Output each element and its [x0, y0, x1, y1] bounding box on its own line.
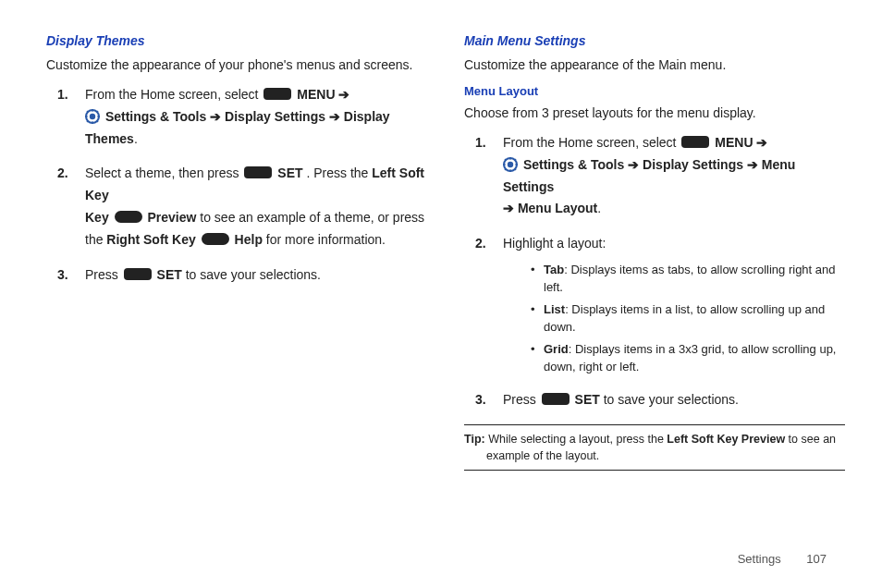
settings-tools-label: Settings & Tools: [105, 109, 206, 124]
step-text: for more information.: [266, 232, 386, 247]
menu-layout-label: Menu Layout: [518, 201, 597, 215]
tip-body: example of the layout.: [464, 447, 845, 464]
step-text: Highlight a layout:: [503, 236, 606, 251]
center-key-icon: [263, 88, 291, 100]
bullet-text: : Displays items in a 3x3 grid, to allow…: [544, 342, 836, 374]
page-footer: Settings 107: [738, 552, 827, 566]
step-text: From the Home screen, select: [85, 87, 262, 102]
arrow-icon: ➔: [747, 157, 762, 172]
intro-text: Customize the appearance of your phone's…: [46, 55, 427, 75]
tip-text: While selecting a layout, press the: [485, 433, 668, 446]
help-label: Help: [235, 232, 263, 247]
intro-text: Choose from 3 preset layouts for the men…: [464, 104, 845, 123]
arrow-icon: ➔: [329, 109, 344, 124]
arrow-icon: ➔: [756, 135, 767, 150]
center-key-icon: [542, 393, 570, 405]
display-settings-label: Display Settings: [643, 157, 743, 172]
step-text: Press: [503, 392, 540, 407]
set-label: SET: [157, 267, 182, 282]
bullet-label: Grid: [544, 342, 569, 356]
step-1: From the Home screen, select MENU ➔ Sett…: [85, 84, 427, 150]
bullet-text: : Displays items as tabs, to allow scrol…: [544, 263, 836, 295]
footer-section: Settings: [738, 552, 781, 566]
step-text: to save your selections.: [604, 392, 739, 407]
set-label: SET: [575, 392, 600, 407]
layout-options: Tab: Displays items as tabs, to allow sc…: [531, 261, 845, 376]
preview-label: Preview: [147, 210, 196, 225]
bullet-label: Tab: [544, 263, 564, 276]
sub-heading-menu-layout: Menu Layout: [464, 84, 845, 98]
soft-key-icon: [115, 211, 142, 223]
menu-label: MENU: [715, 135, 753, 150]
step-text: to save your selections.: [186, 267, 321, 282]
steps-list: From the Home screen, select MENU ➔ Sett…: [46, 84, 427, 286]
gear-icon: [503, 157, 518, 172]
center-key-icon: [681, 136, 709, 148]
step-2: Select a theme, then press SET . Press t…: [85, 163, 427, 251]
arrow-icon: ➔: [628, 157, 643, 172]
step-text: Select a theme, then press: [85, 165, 242, 180]
section-heading-main-menu: Main Menu Settings: [464, 33, 845, 48]
display-settings-label: Display Settings: [225, 109, 325, 124]
bullet-grid: Grid: Displays items in a 3x3 grid, to a…: [531, 340, 845, 376]
gear-icon: [85, 109, 100, 124]
right-soft-key-label: Right Soft Key: [106, 232, 195, 247]
step-text: From the Home screen, select: [503, 135, 680, 150]
menu-label: MENU: [297, 87, 335, 102]
left-column: Display Themes Customize the appearance …: [46, 33, 427, 471]
bullet-list: List: Displays items in a list, to allow…: [531, 300, 845, 337]
soft-key-icon: [202, 233, 229, 245]
tip-text: to see an: [785, 433, 836, 446]
step-text: . Press the: [306, 165, 372, 180]
steps-list: From the Home screen, select MENU ➔ Sett…: [464, 132, 845, 411]
set-label: SET: [277, 165, 302, 180]
bullet-label: List: [544, 302, 565, 316]
bullet-tab: Tab: Displays items as tabs, to allow sc…: [531, 261, 845, 297]
step-2: Highlight a layout: Tab: Displays items …: [503, 233, 845, 376]
tip-label: Tip:: [464, 433, 485, 446]
tip-key: Left Soft Key Preview: [667, 433, 785, 446]
arrow-icon: ➔: [210, 109, 225, 124]
page-number: 107: [806, 552, 827, 566]
step-3: Press SET to save your selections.: [85, 264, 427, 287]
key-row: Key: [85, 210, 113, 225]
center-key-icon: [244, 166, 272, 178]
intro-text: Customize the appearance of the Main men…: [464, 55, 845, 75]
page-content: Display Themes Customize the appearance …: [0, 0, 882, 471]
arrow-icon: ➔: [503, 201, 518, 215]
step-text: Press: [85, 267, 122, 282]
tip-box: Tip: While selecting a layout, press the…: [464, 424, 845, 471]
step-1: From the Home screen, select MENU ➔ Sett…: [503, 132, 845, 220]
step-3: Press SET to save your selections.: [503, 389, 845, 411]
bullet-text: : Displays items in a list, to allow scr…: [544, 302, 825, 335]
center-key-icon: [124, 268, 152, 280]
section-heading-display-themes: Display Themes: [46, 33, 427, 48]
arrow-icon: ➔: [338, 87, 349, 102]
right-column: Main Menu Settings Customize the appeara…: [464, 33, 845, 471]
settings-tools-label: Settings & Tools: [523, 157, 624, 172]
